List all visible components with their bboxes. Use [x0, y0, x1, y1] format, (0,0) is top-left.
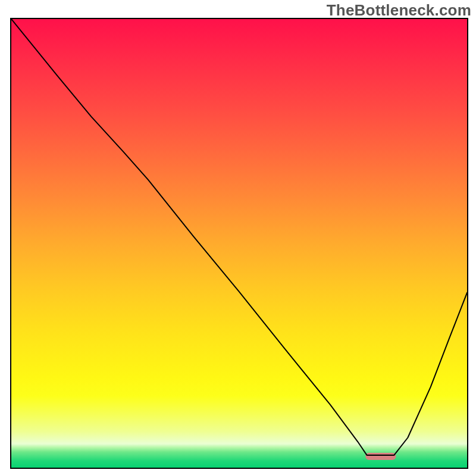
stage: TheBottleneck.com: [0, 0, 476, 476]
watermark-text: TheBottleneck.com: [327, 1, 471, 20]
bottleneck-plot: [10, 18, 468, 469]
chart-svg: [11, 19, 467, 468]
gradient-background: [11, 19, 467, 468]
optimal-zone-marker: [365, 453, 396, 460]
